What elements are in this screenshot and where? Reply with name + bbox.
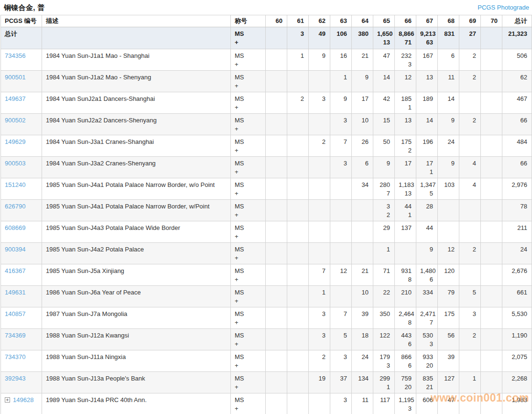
grade-cell-62 bbox=[309, 178, 330, 200]
grade-cell-69 bbox=[459, 92, 481, 114]
pcgs-number-link[interactable]: 734370 bbox=[5, 353, 25, 360]
grade-cell-68 bbox=[438, 200, 459, 221]
grade-cell-70 bbox=[481, 135, 502, 157]
grade-cell-69: 2 bbox=[459, 114, 481, 135]
row-total: 467 bbox=[502, 92, 532, 114]
coin-description: 1988 Yuan Sun-J12a Kwangsi bbox=[42, 329, 231, 350]
grade-cell-65: 122 bbox=[373, 329, 395, 350]
coin-description: 1984 Yuan Sun-J1a2 Mao - Shenyang bbox=[42, 71, 231, 92]
pcgs-number-link[interactable]: 140857 bbox=[5, 310, 25, 317]
totals-grade-cell-61: 3 bbox=[287, 27, 309, 49]
column-header-description: 描述 bbox=[42, 15, 231, 27]
pcgs-number-link[interactable]: 149629 bbox=[5, 138, 25, 145]
pcgs-number-link[interactable]: 151240 bbox=[5, 181, 25, 188]
grade-cell-61 bbox=[287, 71, 309, 92]
pcgs-number-link[interactable]: 149628 bbox=[13, 396, 33, 403]
column-header-grade-67: 67 bbox=[416, 15, 438, 27]
pcgs-number-link[interactable]: 392943 bbox=[5, 375, 25, 382]
grade-cell-70 bbox=[481, 92, 502, 114]
grade-cell-69 bbox=[459, 135, 481, 157]
grade-cell-60 bbox=[266, 350, 287, 372]
designation-cell: MS+ bbox=[231, 372, 266, 393]
grade-cell-67: 1,3475 bbox=[416, 178, 438, 200]
grade-cell-61: 2 bbox=[287, 92, 309, 114]
table-row: 7343691988 Yuan Sun-J12a KwangsiMS+35181… bbox=[1, 329, 532, 350]
grade-cell-69: 2 bbox=[459, 49, 481, 71]
grade-cell-62 bbox=[309, 157, 330, 178]
grade-cell-65: 47 bbox=[373, 49, 395, 71]
pcgs-number-link[interactable]: 900501 bbox=[5, 74, 25, 81]
grade-cell-60 bbox=[266, 393, 287, 414]
table-header-row: PCGS 编号描述称号6061626364656667686970总计 bbox=[1, 15, 532, 27]
pcgs-number-link[interactable]: 734369 bbox=[5, 332, 25, 339]
table-row: 1496291984 Yuan Sun-J3a1 Cranes-Shanghai… bbox=[1, 135, 532, 157]
grade-cell-63: 3 bbox=[330, 350, 352, 372]
grade-cell-60 bbox=[266, 71, 287, 92]
grade-cell-61 bbox=[287, 243, 309, 264]
grade-cell-60 bbox=[266, 307, 287, 329]
totals-grade-cell-66: 8,86671 bbox=[395, 27, 416, 49]
grade-cell-65: 117 bbox=[373, 393, 395, 414]
grade-cell-61 bbox=[287, 157, 309, 178]
row-total: 661 bbox=[502, 286, 532, 307]
coin-description: 1984 Yuan SunJ2a1 Dancers-Shanghai bbox=[42, 92, 231, 114]
grade-cell-60 bbox=[266, 135, 287, 157]
pcgs-number-cell: +149628 bbox=[1, 393, 42, 414]
designation-cell: MS+ bbox=[231, 71, 266, 92]
coin-description: 1986 Yuan Sun-J6a Year of Peace bbox=[42, 286, 231, 307]
grade-cell-62: 2 bbox=[309, 135, 330, 157]
grade-cell-70 bbox=[481, 200, 502, 221]
totals-label: 总计 bbox=[1, 27, 42, 49]
table-row: 9005021984 Yuan SunJ2a2 Dancers-Shenyang… bbox=[1, 114, 532, 135]
grade-cell-66: 17 bbox=[395, 157, 416, 178]
grade-cell-67: 2,4717 bbox=[416, 307, 438, 329]
table-row: 1408571987 Yuan Sun-J7a MongoliaMS+37393… bbox=[1, 307, 532, 329]
designation-cell: MS+ bbox=[231, 92, 266, 114]
grade-cell-63: 5 bbox=[330, 329, 352, 350]
designation-cell: MS+ bbox=[231, 307, 266, 329]
pcgs-number-link[interactable]: 608669 bbox=[5, 224, 25, 231]
grade-cell-62: 7 bbox=[309, 264, 330, 286]
grade-cell-70 bbox=[481, 286, 502, 307]
row-total: 506 bbox=[502, 49, 532, 71]
grade-cell-65: 9 bbox=[373, 157, 395, 178]
row-total: 484 bbox=[502, 135, 532, 157]
pcgs-number-link[interactable]: 900502 bbox=[5, 117, 25, 124]
grade-cell-64: 34 bbox=[352, 178, 373, 200]
row-total: 66 bbox=[502, 114, 532, 135]
grade-cell-69: 2 bbox=[459, 243, 481, 264]
pcgs-number-link[interactable]: 900394 bbox=[5, 246, 25, 253]
grade-cell-64: 9 bbox=[352, 71, 373, 92]
grade-cell-61 bbox=[287, 135, 309, 157]
pcgs-number-link[interactable]: 149631 bbox=[5, 289, 25, 296]
totals-grand-total: 21,323 bbox=[502, 27, 532, 49]
pcgs-number-cell: 734356 bbox=[1, 49, 42, 71]
grade-cell-61 bbox=[287, 200, 309, 221]
grade-cell-66: 210 bbox=[395, 286, 416, 307]
grade-cell-63 bbox=[330, 286, 352, 307]
column-header-grade-69: 69 bbox=[459, 15, 481, 27]
grade-cell-63 bbox=[330, 243, 352, 264]
grade-cell-68: 175 bbox=[438, 307, 459, 329]
pcgs-number-link[interactable]: 734356 bbox=[5, 52, 25, 59]
pcgs-photograde-link[interactable]: PCGS Photograde bbox=[478, 4, 529, 11]
designation-cell: MS+ bbox=[231, 329, 266, 350]
grade-cell-66: 1851 bbox=[395, 92, 416, 114]
expand-icon[interactable]: + bbox=[5, 397, 10, 403]
pcgs-number-link[interactable]: 900503 bbox=[5, 160, 25, 167]
pcgs-number-cell: 149637 bbox=[1, 92, 42, 114]
grade-cell-63 bbox=[330, 200, 352, 221]
grade-cell-65: 1793 bbox=[373, 350, 395, 372]
grade-cell-68: 24 bbox=[438, 135, 459, 157]
pcgs-number-link[interactable]: 626790 bbox=[5, 203, 25, 210]
table-row: 9005011984 Yuan Sun-J1a2 Mao - ShenyangM… bbox=[1, 71, 532, 92]
grade-cell-62 bbox=[309, 243, 330, 264]
grade-cell-67: 44 bbox=[416, 221, 438, 243]
coin-description: 1987 Yuan Sun-J7a Mongolia bbox=[42, 307, 231, 329]
grade-cell-70 bbox=[481, 49, 502, 71]
grade-cell-60 bbox=[266, 329, 287, 350]
pcgs-number-link[interactable]: 416367 bbox=[5, 267, 25, 274]
grade-cell-62: 2 bbox=[309, 350, 330, 372]
pcgs-number-link[interactable]: 149637 bbox=[5, 95, 25, 102]
designation-cell: MS+ bbox=[231, 286, 266, 307]
